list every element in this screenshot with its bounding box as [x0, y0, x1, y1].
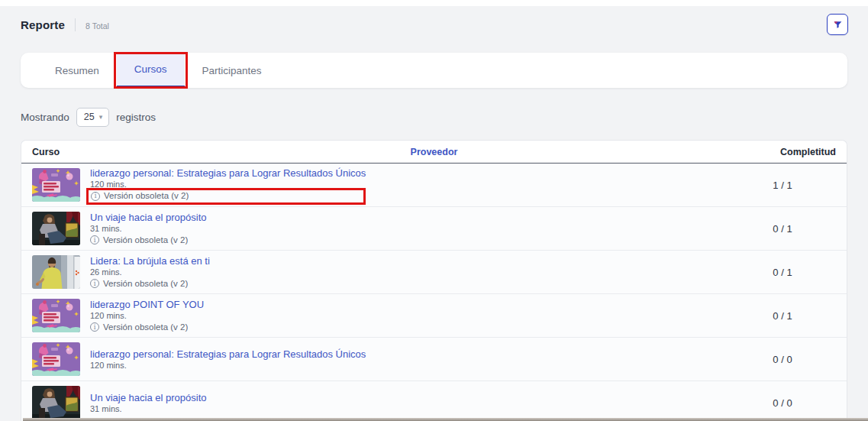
courses-table: Curso Proveedor Completitud liderazgo pe…	[21, 140, 847, 421]
course-thumbnail[interactable]	[32, 386, 80, 419]
table-row: Un viaje hacia el propósito 31 mins. 0 /…	[21, 381, 847, 421]
top-strip	[0, 0, 868, 6]
tabs-bar: Resumen Cursos Participantes	[21, 53, 847, 88]
page-size-value: 25	[84, 112, 95, 122]
info-icon: i	[90, 235, 99, 245]
completion-value: 0 / 1	[729, 223, 836, 235]
course-thumbnail[interactable]	[32, 212, 80, 245]
info-icon: i	[90, 322, 99, 332]
column-header-completitud: Completitud	[729, 147, 836, 157]
table-row: Lidera: La brújula está en ti 26 mins. i…	[21, 251, 847, 294]
total-count-badge: 8 Total	[86, 20, 109, 31]
version-badge: i Versión obsoleta (v 2)	[90, 235, 206, 246]
course-title-link[interactable]: Lidera: La brújula está en ti	[90, 255, 210, 267]
course-duration: 120 mins.	[90, 311, 204, 321]
course-title-link[interactable]: Un viaje hacia el propósito	[90, 392, 206, 403]
column-header-curso: Curso	[32, 147, 60, 157]
course-thumbnail[interactable]	[32, 168, 80, 202]
completion-value: 0 / 0	[729, 354, 836, 365]
table-row: liderazgo personal: Estrategias para Log…	[21, 164, 847, 207]
filter-button[interactable]	[827, 14, 848, 35]
info-icon: i	[90, 279, 99, 288]
tab-participantes[interactable]: Participantes	[185, 53, 279, 88]
info-icon: i	[91, 192, 100, 201]
version-badge-label: Versión obsoleta (v 2)	[103, 278, 188, 290]
records-label: registros	[116, 112, 156, 123]
table-row: Un viaje hacia el propósito 31 mins. i V…	[21, 207, 847, 251]
tab-resumen[interactable]: Resumen	[37, 53, 117, 88]
course-title-link[interactable]: liderazgo personal: Estrategias para Log…	[90, 348, 366, 360]
column-header-proveedor[interactable]: Proveedor	[411, 147, 458, 157]
table-row: liderazgo personal: Estrategias para Log…	[21, 338, 847, 381]
list-controls: Mostrando 25 ▾ registros	[21, 108, 847, 127]
chevron-down-icon: ▾	[99, 114, 103, 121]
page-header: Reporte 8 Total	[0, 6, 868, 32]
horizontal-scrollbar[interactable]	[23, 418, 868, 421]
tab-resumen-label: Resumen	[55, 65, 99, 76]
course-duration: 26 mins.	[90, 267, 210, 277]
course-thumbnail[interactable]	[32, 299, 80, 332]
version-badge: i Versión obsoleta (v 2)	[91, 190, 189, 202]
tab-cursos[interactable]: Cursos	[117, 53, 185, 88]
completion-value: 0 / 0	[729, 397, 836, 409]
version-badge-label: Versión obsoleta (v 2)	[104, 190, 189, 202]
completion-value: 1 / 1	[729, 180, 836, 191]
table-row: liderazgo POINT OF YOU 120 mins. i Versi…	[21, 294, 847, 338]
version-badge: i Versión obsoleta (v 2)	[90, 278, 210, 290]
tab-participantes-label: Participantes	[202, 65, 262, 76]
completion-value: 0 / 1	[729, 267, 836, 278]
version-badge-label: Versión obsoleta (v 2)	[103, 235, 188, 246]
version-badge: i Versión obsoleta (v 2)	[90, 322, 204, 333]
filter-icon	[833, 20, 843, 30]
version-badge-label: Versión obsoleta (v 2)	[103, 322, 188, 333]
course-title-link[interactable]: liderazgo personal: Estrategias para Log…	[90, 167, 366, 179]
page-size-select[interactable]: 25 ▾	[76, 108, 109, 127]
showing-label: Mostrando	[21, 112, 69, 123]
tab-cursos-label: Cursos	[134, 63, 167, 75]
course-thumbnail[interactable]	[32, 255, 80, 289]
table-header-row: Curso Proveedor Completitud	[21, 141, 847, 164]
course-thumbnail[interactable]	[32, 342, 80, 376]
course-title-link[interactable]: liderazgo POINT OF YOU	[90, 299, 204, 310]
course-duration: 31 mins.	[90, 404, 206, 414]
course-title-link[interactable]: Un viaje hacia el propósito	[90, 212, 206, 223]
course-duration: 31 mins.	[90, 224, 206, 234]
title-divider	[75, 18, 76, 31]
completion-value: 0 / 1	[729, 310, 836, 322]
course-duration: 120 mins.	[90, 361, 366, 371]
annotation-box-version-badge: i Versión obsoleta (v 2)	[86, 188, 366, 205]
page-title: Reporte	[21, 18, 65, 31]
